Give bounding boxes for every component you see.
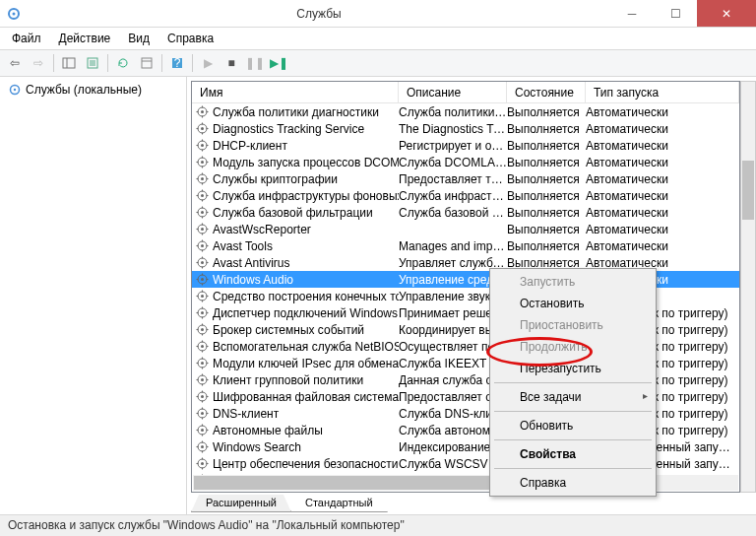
col-description[interactable]: Описание	[399, 82, 507, 102]
table-row[interactable]: Avast AntivirusУправляет служба…Выполняе…	[192, 254, 739, 271]
service-start: Автоматически	[586, 139, 739, 153]
svg-point-72	[201, 278, 204, 281]
table-row[interactable]: Шифрованная файловая система (EFS)Предос…	[192, 388, 739, 405]
menu-separator	[494, 382, 652, 383]
tree-pane: Службы (локальные)	[0, 77, 187, 514]
services-icon	[8, 83, 22, 97]
show-hide-tree-button[interactable]	[58, 52, 80, 74]
menu-item[interactable]: Свойства	[492, 443, 654, 465]
svg-point-24	[201, 144, 204, 147]
service-name: Клиент групповой политики	[213, 373, 363, 387]
table-row[interactable]: Служба базовой фильтрацииСлужба базовой …	[192, 204, 739, 221]
service-start: Автоматически	[586, 239, 739, 253]
service-name: Служба базовой фильтрации	[213, 206, 373, 220]
service-desc: Служба политики …	[399, 105, 507, 119]
minimize-button[interactable]: ─	[610, 0, 654, 27]
svg-point-132	[201, 445, 204, 448]
table-row[interactable]: Diagnostics Tracking ServiceThe Diagnost…	[192, 120, 739, 137]
service-desc: Служба базовой ф…	[399, 206, 507, 220]
menu-item: Запустить	[492, 271, 654, 293]
service-desc: Manages and imple…	[399, 239, 507, 253]
service-start: Автоматически	[586, 105, 739, 119]
table-row[interactable]: Службы криптографииПредоставляет три…Вып…	[192, 170, 739, 187]
table-row[interactable]: Windows SearchИндексирование …чески (отл…	[192, 438, 739, 455]
col-startup[interactable]: Тип запуска	[586, 82, 739, 102]
svg-point-30	[201, 161, 204, 164]
context-menu: ЗапуститьОстановитьПриостановитьПродолжи…	[489, 268, 657, 497]
menu-item[interactable]: Обновить	[492, 415, 654, 436]
menu-action[interactable]: Действие	[51, 30, 119, 47]
col-name[interactable]: Имя	[192, 82, 399, 102]
help-button[interactable]: ?	[166, 52, 188, 74]
table-row[interactable]: Клиент групповой политикиДанная служба о…	[192, 371, 739, 388]
menu-help[interactable]: Справка	[159, 30, 221, 47]
svg-point-96	[201, 345, 204, 348]
menu-item[interactable]: Справка	[492, 472, 654, 494]
svg-point-48	[201, 211, 204, 214]
maximize-button[interactable]: ☐	[654, 0, 697, 27]
table-row[interactable]: Диспетчер подключений WindowsПринимает р…	[192, 304, 739, 321]
svg-point-90	[201, 328, 204, 331]
menu-separator	[494, 411, 652, 412]
service-name: Вспомогательная служба NetBIOS через TCP…	[213, 340, 399, 354]
menu-view[interactable]: Вид	[120, 30, 158, 47]
tab-extended[interactable]: Расширенный	[191, 495, 291, 512]
service-state: Выполняется	[507, 206, 586, 220]
service-list: Имя Описание Состояние Тип запуска Служб…	[191, 81, 740, 493]
menu-separator	[494, 468, 652, 469]
table-row[interactable]: AvastWscReporterВыполняетсяАвтоматически	[192, 221, 739, 237]
table-row[interactable]: Avast ToolsManages and imple…Выполняется…	[192, 237, 739, 254]
service-desc: Предоставляет три…	[399, 172, 507, 186]
restart-service-button[interactable]: ▶❚	[268, 52, 289, 74]
col-state[interactable]: Состояние	[507, 82, 586, 102]
table-row[interactable]: Центр обеспечения безопасностиСлужба WSC…	[192, 455, 739, 472]
menu-file[interactable]: Файл	[4, 30, 49, 47]
table-row[interactable]: Брокер системных событийКоординирует вы……	[192, 321, 739, 338]
table-row[interactable]: DNS-клиентСлужба DNS-клие…чески (запуск …	[192, 405, 739, 422]
service-name: Средство построения конечных точек Win…	[213, 290, 399, 303]
table-row[interactable]: Windows AudioУправление средст…Выполняет…	[192, 271, 739, 288]
stop-service-button[interactable]: ■	[220, 52, 242, 74]
table-row[interactable]: Служба политики диагностикиСлужба полити…	[192, 103, 739, 120]
table-row[interactable]: Средство построения конечных точек Win…У…	[192, 288, 739, 304]
service-name: Модули ключей IPsec для обмена ключам…	[213, 357, 399, 370]
service-start: Автоматически	[586, 223, 739, 236]
properties-button[interactable]	[136, 52, 158, 74]
table-row[interactable]: Модули ключей IPsec для обмена ключам…Сл…	[192, 355, 739, 371]
svg-point-108	[201, 378, 204, 381]
back-button[interactable]: ⇦	[4, 52, 26, 74]
tree-root-item[interactable]: Службы (локальные)	[6, 81, 180, 99]
table-row[interactable]: Вспомогательная служба NetBIOS через TCP…	[192, 338, 739, 355]
menu-item[interactable]: Все задачи	[492, 386, 654, 408]
service-name: Автономные файлы	[213, 424, 323, 437]
table-row[interactable]: Модуль запуска процессов DCOM-сервераСлу…	[192, 154, 739, 170]
service-state: Выполняется	[507, 156, 586, 169]
tab-standard[interactable]: Стандартный	[290, 495, 388, 512]
svg-rect-5	[142, 58, 152, 68]
pause-service-button[interactable]: ❚❚	[244, 52, 266, 74]
table-row[interactable]: DHCP-клиентРегистрирует и об…Выполняется…	[192, 137, 739, 154]
service-name: Avast Tools	[213, 239, 273, 253]
service-state: Выполняется	[507, 223, 586, 236]
service-name: DNS-клиент	[213, 407, 279, 421]
svg-point-102	[201, 362, 204, 365]
status-bar: Остановка и запуск службы "Windows Audio…	[0, 514, 756, 536]
export-list-button[interactable]	[82, 52, 103, 74]
service-name: AvastWscReporter	[213, 223, 311, 236]
svg-point-126	[201, 429, 204, 432]
svg-point-138	[201, 462, 204, 465]
table-row[interactable]: Автономные файлыСлужба автономн…чески (з…	[192, 422, 739, 438]
start-service-button[interactable]: ▶	[197, 52, 219, 74]
vertical-scrollbar[interactable]	[740, 81, 756, 493]
refresh-button[interactable]	[112, 52, 134, 74]
svg-point-120	[201, 412, 204, 415]
service-name: Диспетчер подключений Windows	[213, 306, 398, 320]
svg-point-12	[201, 110, 204, 113]
menu-item[interactable]: Перезапустить	[492, 358, 654, 379]
service-name: Diagnostics Tracking Service	[213, 122, 364, 136]
service-state: Выполняется	[507, 189, 586, 203]
menu-item[interactable]: Остановить	[492, 293, 654, 314]
close-button[interactable]: ✕	[697, 0, 756, 27]
table-row[interactable]: Служба инфраструктуры фоновых задачСлужб…	[192, 187, 739, 204]
forward-button[interactable]: ⇨	[28, 52, 49, 74]
